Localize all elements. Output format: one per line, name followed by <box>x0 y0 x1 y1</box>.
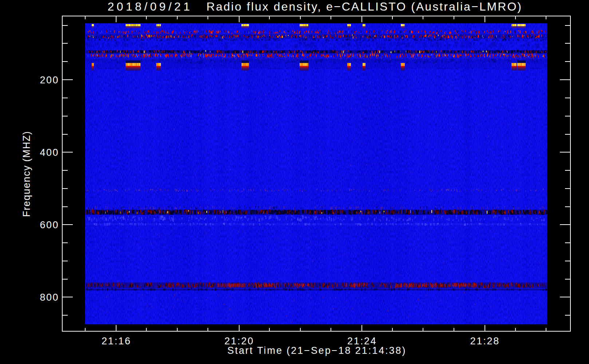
svg-text:21:24: 21:24 <box>347 336 376 347</box>
svg-text:800: 800 <box>40 292 58 303</box>
svg-text:21:28: 21:28 <box>470 336 499 347</box>
svg-text:600: 600 <box>40 219 58 230</box>
svg-text:200: 200 <box>40 75 58 86</box>
svg-text:21:16: 21:16 <box>102 336 130 347</box>
svg-text:400: 400 <box>40 147 58 158</box>
svg-text:Start Time (21−Sep−18 21:14:38: Start Time (21−Sep−18 21:14:38) <box>228 345 406 356</box>
svg-text:21:20: 21:20 <box>224 336 253 347</box>
svg-text:Frequency (MHZ): Frequency (MHZ) <box>21 131 32 217</box>
svg-text:Radio flux density, e−CALLISTO: Radio flux density, e−CALLISTO (Australi… <box>206 0 521 13</box>
